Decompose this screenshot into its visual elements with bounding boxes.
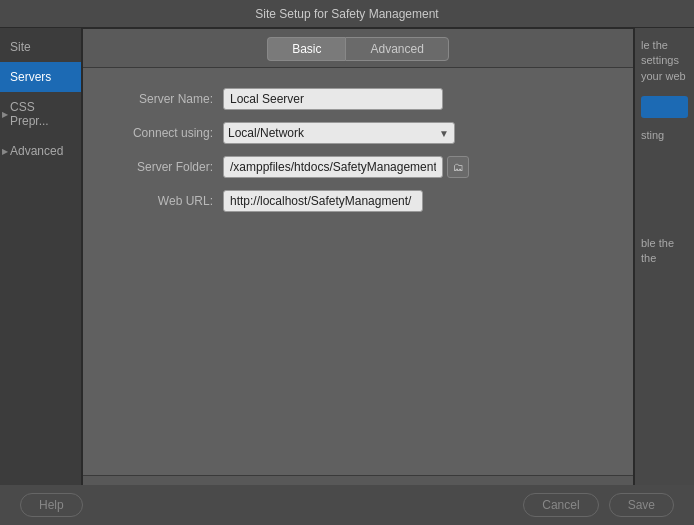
connect-using-select[interactable]: Local/Network FTP SFTP WebDAV xyxy=(223,122,455,144)
sidebar: Site Servers ▶ CSS Prepr... ▶ Advanced xyxy=(0,28,82,525)
right-panel-text-2: sting xyxy=(641,128,688,143)
web-url-input[interactable] xyxy=(223,190,423,212)
arrow-icon: ▶ xyxy=(2,147,8,156)
web-url-row: Web URL: xyxy=(103,190,613,212)
server-folder-label: Server Folder: xyxy=(103,160,223,174)
browse-folder-button[interactable]: 🗂 xyxy=(447,156,469,178)
form-area: Server Name: Connect using: Local/Networ… xyxy=(83,68,633,475)
bottom-overlay: Help Cancel Save xyxy=(0,485,694,525)
overlay-help-button[interactable]: Help xyxy=(20,493,83,517)
folder-icon: 🗂 xyxy=(453,161,464,173)
sidebar-item-css-preprocessors[interactable]: ▶ CSS Prepr... xyxy=(0,92,81,136)
tab-basic[interactable]: Basic xyxy=(267,37,345,61)
server-folder-input[interactable] xyxy=(223,156,443,178)
dialog-title: Site Setup for Safety Management xyxy=(255,7,438,21)
right-panel: le the settings your web sting ble the t… xyxy=(634,28,694,525)
sidebar-item-label: Site xyxy=(10,40,31,54)
right-panel-button xyxy=(641,96,688,118)
sidebar-item-servers[interactable]: Servers xyxy=(0,62,81,92)
server-name-row: Server Name: xyxy=(103,88,613,110)
connect-using-row: Connect using: Local/Network FTP SFTP We… xyxy=(103,122,613,144)
main-layout: Site Servers ▶ CSS Prepr... ▶ Advanced B… xyxy=(0,28,694,525)
right-panel-text-1: le the settings your web xyxy=(641,38,688,84)
sidebar-item-advanced[interactable]: ▶ Advanced xyxy=(0,136,81,166)
tab-advanced[interactable]: Advanced xyxy=(345,37,448,61)
sidebar-item-label: CSS Prepr... xyxy=(10,100,49,128)
server-name-input[interactable] xyxy=(223,88,443,110)
server-name-label: Server Name: xyxy=(103,92,223,106)
overlay-cancel-button[interactable]: Cancel xyxy=(523,493,598,517)
overlay-action-buttons: Cancel Save xyxy=(523,493,674,517)
connect-using-wrapper: Local/Network FTP SFTP WebDAV ▼ xyxy=(223,122,455,144)
sidebar-item-label: Advanced xyxy=(10,144,63,158)
connect-using-label: Connect using: xyxy=(103,126,223,140)
dialog-panel: Basic Advanced Server Name: Connect usin… xyxy=(82,28,634,525)
sidebar-item-site[interactable]: Site xyxy=(0,32,81,62)
overlay-save-button[interactable]: Save xyxy=(609,493,674,517)
title-bar: Site Setup for Safety Management xyxy=(0,0,694,28)
tab-bar: Basic Advanced xyxy=(83,29,633,68)
sidebar-item-label: Servers xyxy=(10,70,51,84)
right-panel-text-3: ble the the xyxy=(641,236,688,267)
web-url-label: Web URL: xyxy=(103,194,223,208)
folder-row: 🗂 xyxy=(223,156,469,178)
arrow-icon: ▶ xyxy=(2,110,8,119)
server-folder-row: Server Folder: 🗂 xyxy=(103,156,613,178)
